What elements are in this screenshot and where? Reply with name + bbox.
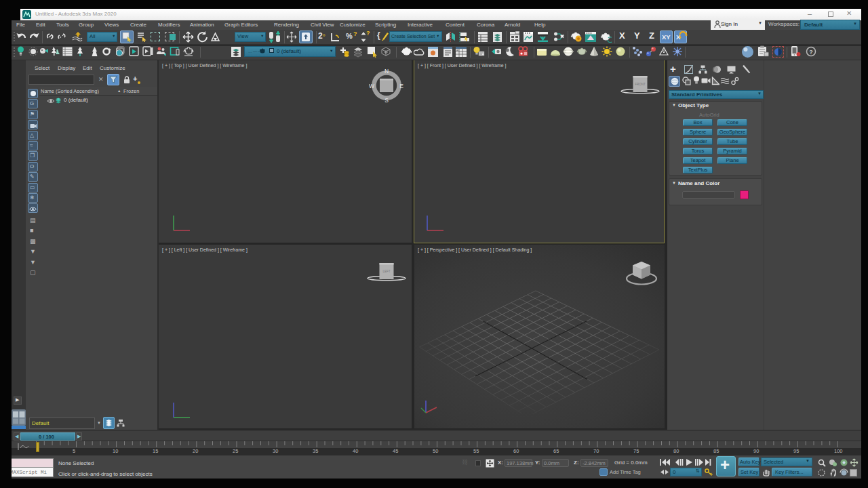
svg-text:?: ? <box>809 49 813 56</box>
svg-text:S: S <box>384 97 389 103</box>
svg-text:W: W <box>369 83 374 89</box>
svg-text:FRONT: FRONT <box>635 83 646 86</box>
svg-text:LEFT: LEFT <box>382 270 390 273</box>
svg-text:N: N <box>384 68 389 75</box>
svg-text:E: E <box>399 83 403 89</box>
